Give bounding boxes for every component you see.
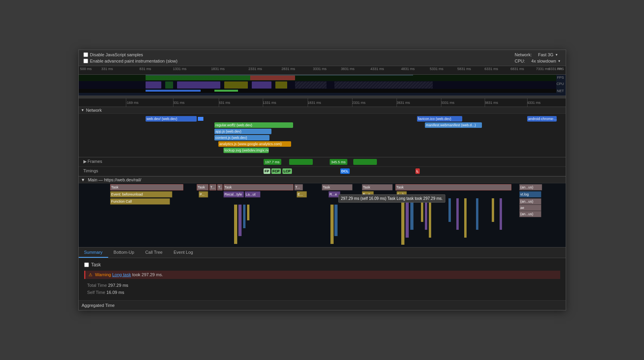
tab-bottom-up[interactable]: Bottom-Up xyxy=(108,247,140,258)
frames-timings: ▶ Frames 197.7 ms 345.5 ms Timings FP FC… xyxy=(79,157,566,177)
advanced-paint-checkbox[interactable] xyxy=(83,59,88,63)
cpu-dropdown[interactable]: 4x slowdown ▼ xyxy=(531,59,561,63)
ruler-tick-7331: 7331 ms xyxy=(536,67,550,71)
vtlog-bar[interactable]: vt.log xyxy=(519,191,541,198)
main-section: ▼ Main — https://web.dev/rail/ Task Task… xyxy=(79,177,566,247)
total-time-value: 297.29 ms xyxy=(108,283,128,288)
event-bar-3[interactable]: E... xyxy=(297,191,307,198)
main-collapse-arrow[interactable]: ▼ xyxy=(81,177,85,182)
fps-label-right: FPS xyxy=(557,76,564,79)
task-expand-checkbox[interactable] xyxy=(84,262,89,267)
net-bar-webdev[interactable]: web.dev/ (web.dev) xyxy=(146,116,197,122)
net-bar-2 xyxy=(214,90,238,92)
network-dropdown[interactable]: Fast 3G ▼ xyxy=(538,52,558,57)
disable-js-samples-checkbox[interactable] xyxy=(83,52,88,57)
ruler-tick-1831: 1831 ms xyxy=(211,67,225,71)
net-bar-analytics[interactable]: analytics.js (www.google-analytics.com) xyxy=(218,141,291,147)
tab-call-tree[interactable]: Call Tree xyxy=(140,247,168,258)
network-header[interactable]: ▼ Network xyxy=(79,107,566,114)
overview-ruler: 500 ms 331 ms 831 ms 1331 ms 1831 ms 233… xyxy=(79,66,566,75)
event-label-1: Event: beforeunload xyxy=(111,192,143,196)
task-bar-7[interactable]: Task xyxy=(322,184,352,190)
func-label: Function Call xyxy=(111,199,132,203)
anus-bar-1[interactable]: (an...us) xyxy=(519,198,541,205)
cpu-label-right: CPU xyxy=(556,82,564,86)
net-bar-contentjs[interactable]: content.js (web.dev) xyxy=(214,135,269,140)
task-bar-8[interactable]: Task xyxy=(362,184,393,190)
net-bar-android-label: android-chrome-... xyxy=(528,117,557,121)
recalc-bar[interactable]: Recal...tyle xyxy=(223,191,244,198)
anus-bar-2[interactable]: ae xyxy=(519,205,541,211)
task-bar-3[interactable]: T... xyxy=(209,184,216,190)
timings-row: Timings FP FCP LCP DCL L xyxy=(79,167,566,176)
cpu-block-4 xyxy=(224,81,248,89)
cpu-block-5 xyxy=(252,81,271,89)
net-bar-lockup[interactable]: lockup.svg (webdev.imgix.net) xyxy=(223,148,269,153)
network-label: Network: xyxy=(515,52,531,57)
cpu-block-7 xyxy=(295,81,327,89)
fps-bar xyxy=(146,76,295,80)
net-bar-1 xyxy=(146,90,201,92)
net-bar-woff2[interactable]: regular.woff2 (web.dev) xyxy=(214,122,293,128)
task-bar-4[interactable]: T... xyxy=(217,184,223,190)
self-time-row: Self Time 16.09 ms xyxy=(84,289,560,295)
tick-line-9 xyxy=(485,98,485,107)
event-label-3: E... xyxy=(298,192,303,196)
cpu-block-3 xyxy=(177,81,220,89)
task-bar-6[interactable]: T... xyxy=(294,184,303,190)
deep-col-3 xyxy=(243,205,245,228)
ruler-tick-3831: 3831 ms xyxy=(341,67,355,71)
net-bar-favicon[interactable]: favicon.ico (web.dev) xyxy=(417,116,462,122)
recalc-label: Recal...tyle xyxy=(225,192,242,196)
flame-track[interactable]: Task Task T... T... Task T... Task Task … xyxy=(79,183,566,246)
event-bar-2[interactable]: P... xyxy=(199,191,208,198)
overview-tracks[interactable]: FPS CPU NET xyxy=(79,75,566,96)
network-rows: web.dev/ (web.dev) regular.woff2 (web.de… xyxy=(79,114,566,157)
net-bar-webdev-extra xyxy=(198,117,203,121)
tab-event-log[interactable]: Event Log xyxy=(168,247,199,258)
long-task-link[interactable]: Long task xyxy=(112,272,131,277)
warning-prefix: Warning xyxy=(95,272,111,277)
task-label-8: Task xyxy=(363,185,371,189)
task-label-4: T... xyxy=(218,185,223,189)
deep-col-18 xyxy=(500,198,502,230)
fps-label: FPS xyxy=(557,67,564,71)
event-bar-1[interactable]: Event: beforeunload xyxy=(110,191,172,198)
net-bar-appjs[interactable]: app.js (web.dev) xyxy=(214,129,271,134)
task-bar-9-stripe xyxy=(395,184,511,186)
warning-suffix: took 297.29 ms. xyxy=(132,272,163,277)
cpu-block-2 xyxy=(165,81,173,89)
ruler-tick-331: 331 ms xyxy=(101,67,113,71)
task-label: Task xyxy=(91,262,101,268)
toolbar-left: Disable JavaScript samples Enable advanc… xyxy=(83,52,178,63)
tick-line-5 xyxy=(308,98,308,107)
ruler-tick-4831: 4831 ms xyxy=(401,67,415,71)
task-bar-2[interactable]: Task xyxy=(197,184,209,190)
tick-331: 331 ms xyxy=(173,101,185,105)
anus-bar-3[interactable]: (an...us) xyxy=(519,211,541,217)
deep-col-7 xyxy=(401,198,404,245)
func-bar[interactable]: Function Call xyxy=(110,198,170,205)
tick-line-1 xyxy=(126,98,126,107)
task-bar-10[interactable]: (an...us) xyxy=(519,184,542,190)
anus-label-3: (an...us) xyxy=(520,212,533,216)
tick-line-8 xyxy=(441,98,441,107)
deep-col-16 xyxy=(476,198,478,230)
render-label: R...e xyxy=(330,192,337,196)
summary-tabs: Summary Bottom-Up Call Tree Event Log xyxy=(79,247,566,258)
deep-col-2 xyxy=(238,205,242,236)
checkbox-row-1: Disable JavaScript samples xyxy=(83,52,178,57)
ruler-tick-4331: 4331 ms xyxy=(371,67,384,71)
fp-badge: FP xyxy=(264,168,271,174)
ruler-tick-2331: 2331 ms xyxy=(249,67,262,71)
task-label-6: T... xyxy=(295,185,300,189)
deep-col-5 xyxy=(330,205,334,244)
tooltip-text: 297.29 ms (self 16.09 ms) Task Long task… xyxy=(341,196,443,201)
net-bar-android[interactable]: android-chrome-... xyxy=(527,116,557,122)
net-bar-manifest[interactable]: manifest.webmanifest (web.d...) xyxy=(425,122,482,128)
cpu-block-1 xyxy=(146,81,161,89)
layout-bar[interactable]: La...ut xyxy=(245,191,260,198)
main-header: ▼ Main — https://web.dev/rail/ xyxy=(79,177,566,183)
tab-summary[interactable]: Summary xyxy=(79,247,108,258)
devtools-panel: Disable JavaScript samples Enable advanc… xyxy=(78,50,566,310)
